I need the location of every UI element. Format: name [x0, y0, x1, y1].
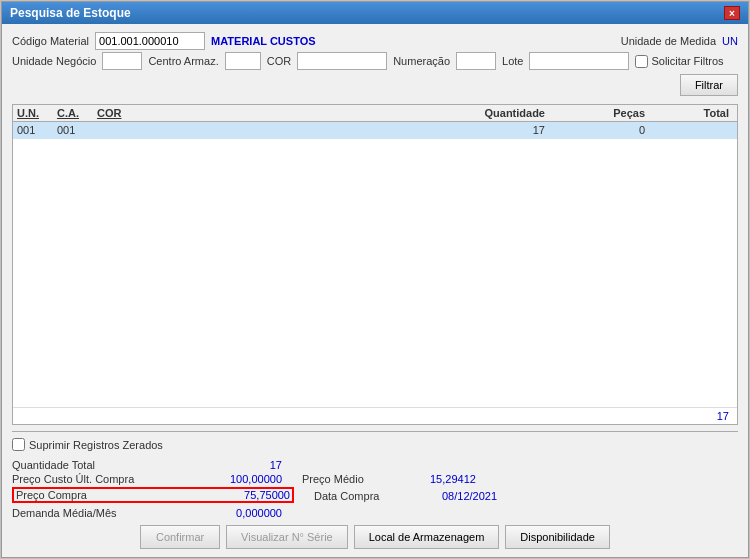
suprimir-row: Suprimir Registros Zerados	[12, 438, 738, 451]
header-total: Total	[653, 107, 733, 119]
header-ca: C.A.	[57, 107, 97, 119]
confirmar-button[interactable]: Confirmar	[140, 525, 220, 549]
preco-custo-label: Preço Custo Últ. Compra	[12, 473, 172, 485]
header-cor: COR	[97, 107, 177, 119]
cell-cor	[97, 124, 177, 136]
close-button[interactable]: ×	[724, 6, 740, 20]
preco-medio-value: 15,29412	[430, 473, 476, 485]
unidade-medida-value: UN	[722, 35, 738, 47]
table-row[interactable]: 001 001 17 0	[13, 122, 737, 139]
preco-custo-row: Preço Custo Últ. Compra 100,00000 Preço …	[12, 473, 738, 485]
unidade-negocio-input[interactable]	[102, 52, 142, 70]
preco-compra-bordered: Preço Compra 75,75000	[12, 487, 294, 503]
local-button[interactable]: Local de Armazenagem	[354, 525, 500, 549]
suprimir-checkbox[interactable]	[12, 438, 25, 451]
cell-un: 001	[17, 124, 57, 136]
separator	[12, 431, 738, 432]
solicitar-filtros-area: Solicitar Filtros	[635, 55, 723, 68]
header-qty: Quantidade	[177, 107, 553, 119]
table-body: 001 001 17 0	[13, 122, 737, 407]
table-total-value: 17	[717, 410, 729, 422]
preco-compra-label: Preço Compra	[16, 489, 176, 501]
bottom-section: Suprimir Registros Zerados Quantidade To…	[12, 438, 738, 521]
main-window: Pesquisa de Estoque × Código Material MA…	[1, 1, 749, 558]
lote-label: Lote	[502, 55, 523, 67]
qty-total-value: 17	[172, 459, 282, 471]
qty-total-row: Quantidade Total 17	[12, 459, 738, 471]
suprimir-label: Suprimir Registros Zerados	[29, 439, 163, 451]
window-title: Pesquisa de Estoque	[10, 6, 131, 20]
centro-armaz-label: Centro Armaz.	[148, 55, 218, 67]
demanda-value: 0,000000	[172, 507, 282, 519]
preco-compra-row: Preço Compra 75,75000 Data Compra 08/12/…	[12, 487, 738, 505]
solicitar-filtros-checkbox[interactable]	[635, 55, 648, 68]
cor-input[interactable]	[297, 52, 387, 70]
unidade-negocio-label: Unidade Negócio	[12, 55, 96, 67]
data-compra-label: Data Compra	[314, 490, 434, 502]
action-buttons-row: Confirmar Visualizar N° Série Local de A…	[12, 525, 738, 549]
solicitar-filtros-label: Solicitar Filtros	[651, 55, 723, 67]
demanda-row: Demanda Média/Mês 0,000000	[12, 507, 738, 519]
data-compra-value: 08/12/2021	[442, 490, 497, 502]
disponibilidade-button[interactable]: Disponibilidade	[505, 525, 610, 549]
table-total-row: 17	[13, 407, 737, 424]
results-table: U.N. C.A. COR Quantidade Peças Total 001…	[12, 104, 738, 425]
titlebar: Pesquisa de Estoque ×	[2, 2, 748, 24]
codigo-material-input[interactable]	[95, 32, 205, 50]
cell-total	[653, 124, 733, 136]
cell-pecas: 0	[553, 124, 653, 136]
centro-armaz-input[interactable]	[225, 52, 261, 70]
preco-medio-label: Preço Médio	[302, 473, 422, 485]
numeracao-input[interactable]	[456, 52, 496, 70]
cor-label: COR	[267, 55, 291, 67]
preco-compra-value: 75,75000	[180, 489, 290, 501]
filters-row: Unidade Negócio Centro Armaz. COR Numera…	[12, 52, 738, 70]
numeracao-label: Numeração	[393, 55, 450, 67]
material-link[interactable]: MATERIAL CUSTOS	[211, 35, 316, 47]
visualizar-button[interactable]: Visualizar N° Série	[226, 525, 348, 549]
lote-input[interactable]	[529, 52, 629, 70]
codigo-material-label: Código Material	[12, 35, 89, 47]
header-pecas: Peças	[553, 107, 653, 119]
preco-custo-value: 100,00000	[172, 473, 282, 485]
filtrar-button[interactable]: Filtrar	[680, 74, 738, 96]
cell-qty: 17	[177, 124, 553, 136]
table-header: U.N. C.A. COR Quantidade Peças Total	[13, 105, 737, 122]
content-area: Código Material MATERIAL CUSTOS Unidade …	[2, 24, 748, 557]
demanda-label: Demanda Média/Mês	[12, 507, 172, 519]
cell-ca: 001	[57, 124, 97, 136]
header-un: U.N.	[17, 107, 57, 119]
unidade-medida-label: Unidade de Medida	[621, 35, 716, 47]
qty-total-label: Quantidade Total	[12, 459, 172, 471]
codigo-material-row: Código Material MATERIAL CUSTOS Unidade …	[12, 32, 738, 50]
